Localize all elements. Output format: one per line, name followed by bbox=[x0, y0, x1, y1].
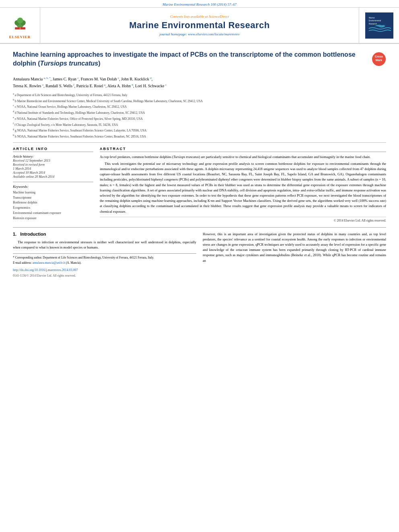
elsevier-tree-icon bbox=[12, 16, 28, 30]
journal-homepage: journal homepage: www.elsevier.com/locat… bbox=[159, 32, 240, 36]
authors-section: Annalaura Mancia a, b, *, James C. Ryan … bbox=[13, 76, 386, 89]
intro-section-heading: 1. Introduction bbox=[13, 232, 196, 236]
keywords-section: Keywords: Machine learning Transcriptome… bbox=[13, 182, 93, 221]
journal-main-title: Marine Environmental Research bbox=[129, 20, 270, 31]
text-and: and bbox=[362, 232, 367, 236]
history-title: Article history: bbox=[13, 154, 93, 158]
affiliation-a: a a Department of Life Sciences and Biot… bbox=[13, 92, 386, 97]
svg-text:Research: Research bbox=[368, 23, 377, 25]
accepted-date: Accepted 10 March 2014 bbox=[13, 171, 93, 175]
journal-logo-image: Marine Environmental Research bbox=[365, 12, 393, 39]
abstract-header: ABSTRACT bbox=[100, 147, 386, 152]
abstract-text: As top-level predators, common bottlenos… bbox=[100, 154, 386, 214]
intro-right-column: However, this is an important area of in… bbox=[203, 232, 386, 279]
revised-date: 1 March 2014 bbox=[13, 167, 93, 170]
journal-logo-block: Marine Environmental Research bbox=[359, 8, 399, 43]
intro-body-text-right: However, this is an important area of in… bbox=[203, 232, 386, 263]
article-info-column: ARTICLE INFO Article history: Received 1… bbox=[13, 147, 93, 222]
elsevier-logo bbox=[6, 12, 34, 34]
received-revised-label: Received in revised form bbox=[13, 163, 93, 166]
article-history: Article history: Received 12 September 2… bbox=[13, 154, 93, 179]
received-date: Received 12 September 2013 bbox=[13, 159, 93, 162]
svg-text:Cross: Cross bbox=[375, 55, 383, 58]
affiliations-section: a a Department of Life Sciences and Biot… bbox=[13, 92, 386, 143]
issn-line: 0141-1136/© 2014 Elsevier Ltd. All right… bbox=[13, 273, 196, 278]
keywords-list: Machine learning Transcriptome Bottlenos… bbox=[13, 190, 93, 221]
article-info-header: ARTICLE INFO bbox=[13, 147, 93, 152]
affiliation-e: e e NOAA, National Marine Fisheries Serv… bbox=[13, 115, 386, 121]
svg-point-4 bbox=[17, 17, 23, 23]
abstract-paragraph-1: As top-level predators, common bottlenos… bbox=[100, 154, 386, 160]
affiliation-b: b b Marine Biomedicine and Environmental… bbox=[13, 98, 386, 103]
text-become: become bbox=[347, 253, 358, 257]
crossmark-logo[interactable]: Cross Mark bbox=[372, 52, 386, 66]
abstract-column: ABSTRACT As top-level predators, common … bbox=[100, 147, 386, 222]
intro-paragraph-1: The response to infection or environment… bbox=[13, 240, 196, 250]
journal-citation: Marine Environmental Research 100 (2014)… bbox=[0, 0, 399, 8]
affiliation-g: g g NOAA, National Marine Fisheries Serv… bbox=[13, 127, 386, 133]
paper-title: Machine learning approaches to investiga… bbox=[13, 50, 368, 68]
email-address-note: E-mail address: annalaura.mancia@unife.i… bbox=[13, 261, 196, 265]
sciencedirect-link: Contents lists available at ScienceDirec… bbox=[170, 14, 229, 18]
footnotes-area: * Corresponding author. Department of Li… bbox=[13, 253, 196, 278]
elsevier-brand-text: ELSEVIER bbox=[9, 35, 31, 39]
journal-title-block: Contents lists available at ScienceDirec… bbox=[40, 8, 359, 43]
svg-text:Environmental: Environmental bbox=[368, 20, 380, 22]
crossmark-icon: Cross Mark bbox=[372, 52, 386, 66]
paper-title-section: Machine learning approaches to investiga… bbox=[13, 50, 386, 72]
abstract-paragraph-2: This work investigates the potential use… bbox=[100, 161, 386, 214]
article-info-abstract-section: ARTICLE INFO Article history: Received 1… bbox=[13, 147, 386, 222]
intro-body-text-left: The response to infection or environment… bbox=[13, 240, 196, 250]
affiliation-c: c c NOAA, National Ocean Service, Hollin… bbox=[13, 103, 386, 109]
svg-text:Mark: Mark bbox=[376, 59, 382, 62]
introduction-section: 1. Introduction The response to infectio… bbox=[13, 232, 386, 279]
copyright-line: © 2014 Elsevier Ltd. All rights reserved… bbox=[100, 217, 386, 222]
keywords-header: Keywords: bbox=[13, 185, 93, 189]
corresponding-author-note: * Corresponding author. Department of Li… bbox=[13, 255, 196, 260]
elsevier-logo-block: ELSEVIER bbox=[0, 8, 40, 43]
affiliation-h: h h NOAA, National Marine Fisheries Serv… bbox=[13, 133, 386, 139]
journal-cover-icon: Marine Environmental Research bbox=[367, 13, 392, 37]
intro-right-paragraph-1: However, this is an important area of in… bbox=[203, 232, 386, 263]
available-online: Available online 20 March 2014 bbox=[13, 175, 93, 179]
affiliation-d: d d National Institute of Standards and … bbox=[13, 109, 386, 115]
doi-line: http://dx.doi.org/10.1016/j.marenvres.20… bbox=[13, 268, 196, 273]
journal-banner: ELSEVIER Contents lists available at Sci… bbox=[0, 8, 399, 44]
intro-left-column: 1. Introduction The response to infectio… bbox=[13, 232, 196, 279]
section-divider bbox=[13, 227, 386, 228]
paper-content: Machine learning approaches to investiga… bbox=[0, 44, 399, 285]
affiliation-f: f f Chicago Zoological Society, c/o Mote… bbox=[13, 121, 386, 127]
svg-text:Marine: Marine bbox=[368, 17, 374, 19]
